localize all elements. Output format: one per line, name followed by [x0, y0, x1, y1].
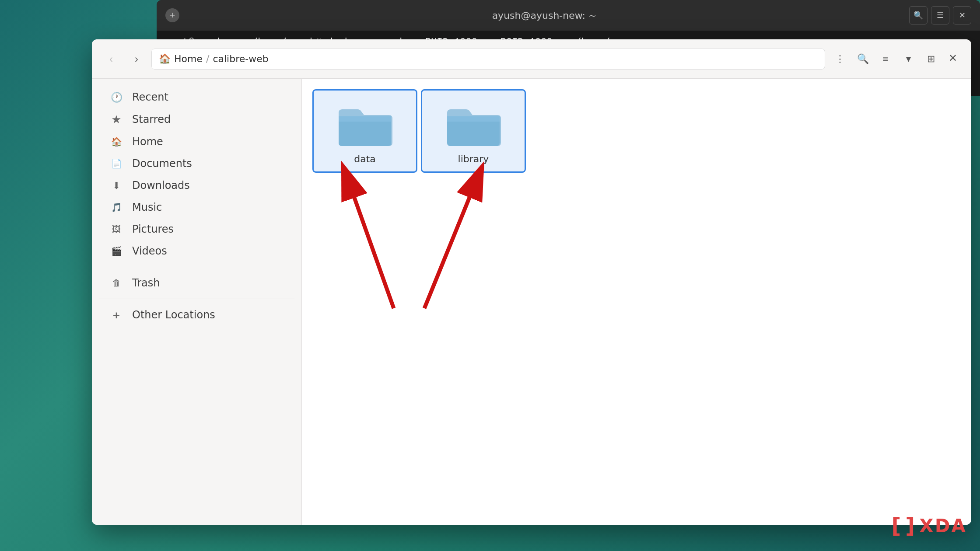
terminal-search-button[interactable]: 🔍	[909, 6, 928, 24]
downloads-icon: ⬇	[109, 180, 123, 191]
xda-bracket-right: ]	[905, 513, 916, 538]
recent-icon: 🕐	[109, 92, 123, 103]
music-icon: 🎵	[109, 202, 123, 213]
fm-body: 🕐 Recent ★ Starred 🏠 Home 📄 Documents ⬇ …	[92, 79, 971, 525]
terminal-title: ayush@ayush-new: ~	[184, 10, 905, 21]
sidebar-label-recent: Recent	[132, 91, 168, 103]
trash-icon: 🗑	[109, 278, 123, 288]
folder-icon-data	[334, 98, 396, 150]
fm-forward-button[interactable]: ›	[126, 49, 147, 70]
svg-line-1	[348, 179, 394, 308]
sidebar-item-documents[interactable]: 📄 Documents	[95, 153, 298, 174]
terminal-controls: 🔍 ☰ ✕	[909, 6, 971, 24]
home-icon: 🏠	[109, 136, 123, 147]
fm-view-grid-button[interactable]: ⊞	[920, 49, 942, 70]
sidebar-label-home: Home	[132, 136, 163, 148]
xda-watermark: [ ] XDA	[891, 513, 967, 538]
sidebar-item-trash[interactable]: 🗑 Trash	[95, 272, 298, 293]
terminal-close-button[interactable]: ✕	[953, 6, 971, 24]
sidebar-label-downloads: Downloads	[132, 179, 190, 192]
fm-breadcrumb: 🏠 Home / calibre-web	[151, 49, 825, 70]
terminal-titlebar: + ayush@ayush-new: ~ 🔍 ☰ ✕	[157, 0, 980, 31]
xda-text: XDA	[919, 515, 967, 537]
folder-item-library[interactable]: library	[421, 89, 526, 173]
fm-search-button[interactable]: 🔍	[852, 49, 873, 70]
breadcrumb-home-icon: 🏠	[159, 53, 171, 64]
sidebar-separator-2	[99, 299, 294, 299]
sidebar-label-starred: Starred	[132, 113, 171, 126]
filemanager-window: ‹ › 🏠 Home / calibre-web ⋮ 🔍 ≡ ▾ ⊞ ✕ 🕐 R…	[92, 39, 971, 525]
folder-item-data[interactable]: data	[312, 89, 417, 173]
fm-view-list-button[interactable]: ≡	[875, 49, 896, 70]
fm-view-dropdown-button[interactable]: ▾	[898, 49, 919, 70]
sidebar-item-videos[interactable]: 🎬 Videos	[95, 241, 298, 262]
terminal-new-tab-button[interactable]: +	[165, 8, 179, 22]
sidebar-label-trash: Trash	[132, 277, 160, 289]
fm-back-button[interactable]: ‹	[101, 49, 122, 70]
documents-icon: 📄	[109, 158, 123, 169]
fm-close-button[interactable]: ✕	[943, 49, 962, 68]
svg-line-2	[424, 179, 477, 308]
fm-header: ‹ › 🏠 Home / calibre-web ⋮ 🔍 ≡ ▾ ⊞ ✕	[92, 39, 971, 79]
other-locations-icon: +	[109, 310, 123, 321]
sidebar-item-music[interactable]: 🎵 Music	[95, 197, 298, 218]
fm-sidebar: 🕐 Recent ★ Starred 🏠 Home 📄 Documents ⬇ …	[92, 79, 302, 525]
folder-name-library: library	[458, 153, 489, 164]
sidebar-label-documents: Documents	[132, 157, 192, 170]
breadcrumb-current[interactable]: calibre-web	[213, 53, 268, 64]
folder-name-data: data	[354, 153, 376, 164]
sidebar-item-home[interactable]: 🏠 Home	[95, 131, 298, 152]
videos-icon: 🎬	[109, 246, 123, 256]
sidebar-label-pictures: Pictures	[132, 223, 174, 235]
fm-menu-dots-button[interactable]: ⋮	[830, 49, 850, 70]
breadcrumb-separator: /	[206, 53, 209, 64]
sidebar-item-recent[interactable]: 🕐 Recent	[95, 87, 298, 108]
starred-icon: ★	[109, 113, 123, 126]
folder-icon-library	[443, 98, 504, 150]
sidebar-label-other-locations: Other Locations	[132, 309, 215, 321]
sidebar-separator	[99, 267, 294, 267]
sidebar-label-music: Music	[132, 201, 162, 213]
sidebar-item-pictures[interactable]: 🖼 Pictures	[95, 219, 298, 240]
fm-header-actions: ⋮ 🔍 ≡ ▾ ⊞ ✕	[830, 49, 962, 70]
fm-content: data library	[302, 79, 971, 525]
breadcrumb-home[interactable]: Home	[174, 53, 203, 64]
xda-bracket-left: [	[891, 513, 902, 538]
sidebar-item-starred[interactable]: ★ Starred	[95, 108, 298, 130]
sidebar-label-videos: Videos	[132, 245, 167, 257]
folder-grid: data library	[312, 89, 961, 173]
pictures-icon: 🖼	[109, 224, 123, 234]
sidebar-item-downloads[interactable]: ⬇ Downloads	[95, 175, 298, 196]
sidebar-item-other-locations[interactable]: + Other Locations	[95, 304, 298, 325]
terminal-menu-button[interactable]: ☰	[931, 6, 949, 24]
